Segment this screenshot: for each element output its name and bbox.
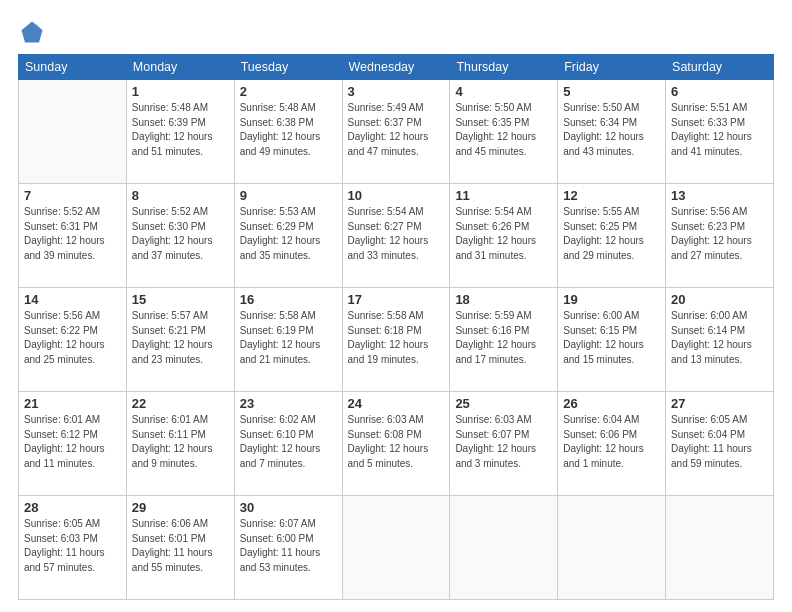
- calendar-cell: 26 Sunrise: 6:04 AMSunset: 6:06 PMDaylig…: [558, 392, 666, 496]
- calendar-body: 1 Sunrise: 5:48 AMSunset: 6:39 PMDayligh…: [19, 80, 774, 600]
- day-number: 4: [455, 84, 552, 99]
- week-row-4: 28 Sunrise: 6:05 AMSunset: 6:03 PMDaylig…: [19, 496, 774, 600]
- day-number: 18: [455, 292, 552, 307]
- week-row-1: 7 Sunrise: 5:52 AMSunset: 6:31 PMDayligh…: [19, 184, 774, 288]
- day-number: 15: [132, 292, 229, 307]
- calendar-cell: 24 Sunrise: 6:03 AMSunset: 6:08 PMDaylig…: [342, 392, 450, 496]
- calendar-cell: 9 Sunrise: 5:53 AMSunset: 6:29 PMDayligh…: [234, 184, 342, 288]
- calendar-cell: 15 Sunrise: 5:57 AMSunset: 6:21 PMDaylig…: [126, 288, 234, 392]
- calendar-cell: 4 Sunrise: 5:50 AMSunset: 6:35 PMDayligh…: [450, 80, 558, 184]
- day-info: Sunrise: 5:56 AMSunset: 6:22 PMDaylight:…: [24, 309, 121, 367]
- day-number: 28: [24, 500, 121, 515]
- day-number: 24: [348, 396, 445, 411]
- calendar-cell: 27 Sunrise: 6:05 AMSunset: 6:04 PMDaylig…: [666, 392, 774, 496]
- day-header-friday: Friday: [558, 55, 666, 80]
- calendar-cell: 29 Sunrise: 6:06 AMSunset: 6:01 PMDaylig…: [126, 496, 234, 600]
- day-info: Sunrise: 6:03 AMSunset: 6:07 PMDaylight:…: [455, 413, 552, 471]
- day-info: Sunrise: 6:07 AMSunset: 6:00 PMDaylight:…: [240, 517, 337, 575]
- calendar-cell: 22 Sunrise: 6:01 AMSunset: 6:11 PMDaylig…: [126, 392, 234, 496]
- svg-marker-1: [22, 22, 43, 43]
- day-info: Sunrise: 6:02 AMSunset: 6:10 PMDaylight:…: [240, 413, 337, 471]
- day-info: Sunrise: 5:50 AMSunset: 6:34 PMDaylight:…: [563, 101, 660, 159]
- day-header-sunday: Sunday: [19, 55, 127, 80]
- day-number: 20: [671, 292, 768, 307]
- day-number: 3: [348, 84, 445, 99]
- day-number: 8: [132, 188, 229, 203]
- week-row-2: 14 Sunrise: 5:56 AMSunset: 6:22 PMDaylig…: [19, 288, 774, 392]
- calendar-cell: 19 Sunrise: 6:00 AMSunset: 6:15 PMDaylig…: [558, 288, 666, 392]
- day-number: 1: [132, 84, 229, 99]
- day-number: 27: [671, 396, 768, 411]
- day-info: Sunrise: 5:52 AMSunset: 6:30 PMDaylight:…: [132, 205, 229, 263]
- day-info: Sunrise: 5:53 AMSunset: 6:29 PMDaylight:…: [240, 205, 337, 263]
- day-info: Sunrise: 5:58 AMSunset: 6:18 PMDaylight:…: [348, 309, 445, 367]
- day-info: Sunrise: 6:03 AMSunset: 6:08 PMDaylight:…: [348, 413, 445, 471]
- day-number: 17: [348, 292, 445, 307]
- day-info: Sunrise: 5:52 AMSunset: 6:31 PMDaylight:…: [24, 205, 121, 263]
- day-number: 2: [240, 84, 337, 99]
- day-info: Sunrise: 6:00 AMSunset: 6:15 PMDaylight:…: [563, 309, 660, 367]
- calendar: SundayMondayTuesdayWednesdayThursdayFrid…: [18, 54, 774, 600]
- week-row-0: 1 Sunrise: 5:48 AMSunset: 6:39 PMDayligh…: [19, 80, 774, 184]
- calendar-cell: [19, 80, 127, 184]
- day-number: 7: [24, 188, 121, 203]
- day-info: Sunrise: 5:54 AMSunset: 6:26 PMDaylight:…: [455, 205, 552, 263]
- calendar-cell: 5 Sunrise: 5:50 AMSunset: 6:34 PMDayligh…: [558, 80, 666, 184]
- calendar-cell: 6 Sunrise: 5:51 AMSunset: 6:33 PMDayligh…: [666, 80, 774, 184]
- calendar-cell: [558, 496, 666, 600]
- calendar-cell: 23 Sunrise: 6:02 AMSunset: 6:10 PMDaylig…: [234, 392, 342, 496]
- day-info: Sunrise: 5:58 AMSunset: 6:19 PMDaylight:…: [240, 309, 337, 367]
- header: [18, 18, 774, 46]
- day-info: Sunrise: 6:04 AMSunset: 6:06 PMDaylight:…: [563, 413, 660, 471]
- day-number: 23: [240, 396, 337, 411]
- calendar-header: SundayMondayTuesdayWednesdayThursdayFrid…: [19, 55, 774, 80]
- day-info: Sunrise: 5:49 AMSunset: 6:37 PMDaylight:…: [348, 101, 445, 159]
- day-info: Sunrise: 6:06 AMSunset: 6:01 PMDaylight:…: [132, 517, 229, 575]
- header-row: SundayMondayTuesdayWednesdayThursdayFrid…: [19, 55, 774, 80]
- calendar-cell: 11 Sunrise: 5:54 AMSunset: 6:26 PMDaylig…: [450, 184, 558, 288]
- page: SundayMondayTuesdayWednesdayThursdayFrid…: [0, 0, 792, 612]
- day-number: 29: [132, 500, 229, 515]
- day-info: Sunrise: 5:59 AMSunset: 6:16 PMDaylight:…: [455, 309, 552, 367]
- calendar-cell: [450, 496, 558, 600]
- calendar-cell: 7 Sunrise: 5:52 AMSunset: 6:31 PMDayligh…: [19, 184, 127, 288]
- day-info: Sunrise: 5:51 AMSunset: 6:33 PMDaylight:…: [671, 101, 768, 159]
- day-number: 26: [563, 396, 660, 411]
- day-number: 21: [24, 396, 121, 411]
- day-info: Sunrise: 6:01 AMSunset: 6:11 PMDaylight:…: [132, 413, 229, 471]
- day-number: 9: [240, 188, 337, 203]
- calendar-cell: 10 Sunrise: 5:54 AMSunset: 6:27 PMDaylig…: [342, 184, 450, 288]
- day-number: 5: [563, 84, 660, 99]
- day-header-tuesday: Tuesday: [234, 55, 342, 80]
- calendar-cell: 25 Sunrise: 6:03 AMSunset: 6:07 PMDaylig…: [450, 392, 558, 496]
- day-header-saturday: Saturday: [666, 55, 774, 80]
- calendar-cell: 18 Sunrise: 5:59 AMSunset: 6:16 PMDaylig…: [450, 288, 558, 392]
- logo: [18, 18, 50, 46]
- day-info: Sunrise: 6:00 AMSunset: 6:14 PMDaylight:…: [671, 309, 768, 367]
- day-number: 11: [455, 188, 552, 203]
- day-info: Sunrise: 6:05 AMSunset: 6:04 PMDaylight:…: [671, 413, 768, 471]
- day-info: Sunrise: 5:48 AMSunset: 6:38 PMDaylight:…: [240, 101, 337, 159]
- day-number: 13: [671, 188, 768, 203]
- calendar-cell: [342, 496, 450, 600]
- day-header-monday: Monday: [126, 55, 234, 80]
- calendar-cell: 28 Sunrise: 6:05 AMSunset: 6:03 PMDaylig…: [19, 496, 127, 600]
- day-info: Sunrise: 5:50 AMSunset: 6:35 PMDaylight:…: [455, 101, 552, 159]
- day-info: Sunrise: 5:55 AMSunset: 6:25 PMDaylight:…: [563, 205, 660, 263]
- calendar-cell: 17 Sunrise: 5:58 AMSunset: 6:18 PMDaylig…: [342, 288, 450, 392]
- day-info: Sunrise: 5:57 AMSunset: 6:21 PMDaylight:…: [132, 309, 229, 367]
- day-number: 25: [455, 396, 552, 411]
- day-number: 19: [563, 292, 660, 307]
- calendar-cell: 12 Sunrise: 5:55 AMSunset: 6:25 PMDaylig…: [558, 184, 666, 288]
- day-info: Sunrise: 6:01 AMSunset: 6:12 PMDaylight:…: [24, 413, 121, 471]
- day-header-thursday: Thursday: [450, 55, 558, 80]
- calendar-cell: 14 Sunrise: 5:56 AMSunset: 6:22 PMDaylig…: [19, 288, 127, 392]
- day-info: Sunrise: 5:54 AMSunset: 6:27 PMDaylight:…: [348, 205, 445, 263]
- day-number: 6: [671, 84, 768, 99]
- calendar-cell: [666, 496, 774, 600]
- day-number: 12: [563, 188, 660, 203]
- calendar-cell: 8 Sunrise: 5:52 AMSunset: 6:30 PMDayligh…: [126, 184, 234, 288]
- calendar-cell: 30 Sunrise: 6:07 AMSunset: 6:00 PMDaylig…: [234, 496, 342, 600]
- calendar-cell: 1 Sunrise: 5:48 AMSunset: 6:39 PMDayligh…: [126, 80, 234, 184]
- calendar-cell: 3 Sunrise: 5:49 AMSunset: 6:37 PMDayligh…: [342, 80, 450, 184]
